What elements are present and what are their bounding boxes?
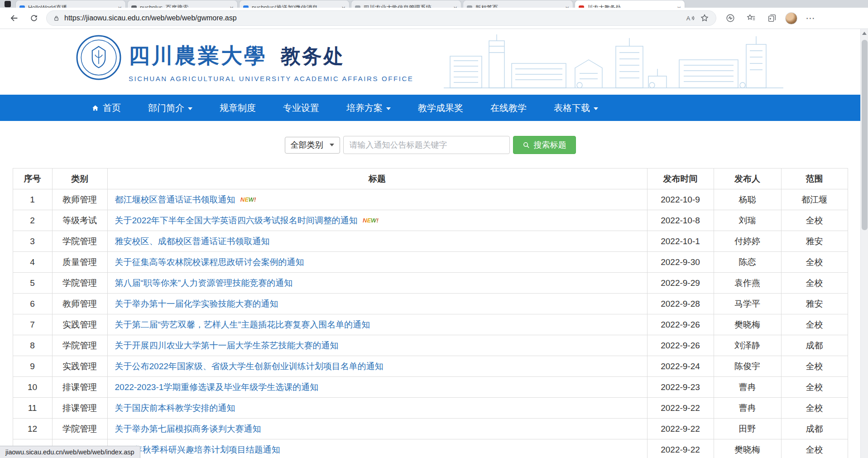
tab-close-icon[interactable]: × [565, 4, 569, 8]
notice-link[interactable]: 关于举办第十一届化学实验技能大赛的通知 [115, 299, 278, 309]
tab-favicon-icon [19, 5, 25, 8]
cell-publisher: 陈恋 [714, 252, 781, 273]
new-badge: NEW! [240, 196, 256, 203]
back-button[interactable] [6, 10, 22, 26]
notice-link[interactable]: 第八届“职等你来”人力资源管理技能竞赛的通知 [115, 278, 293, 288]
notice-link[interactable]: 都江堰校区普通话证书领取通知 [115, 195, 235, 204]
cell-publisher: 付婷婷 [714, 231, 781, 252]
collections-button[interactable] [764, 10, 780, 26]
cell-title: 关于举办第十一届化学实验技能大赛的通知 NEW! [107, 294, 647, 314]
notice-link[interactable]: 关于公布2022年国家级、省级大学生创新创业训练计划项目名单的通知 [115, 362, 384, 371]
cell-no: 9 [13, 356, 52, 377]
tab-close-icon[interactable]: × [230, 4, 234, 8]
cell-publisher: 袁作燕 [714, 273, 781, 294]
chevron-down-icon [594, 107, 598, 110]
profile-avatar[interactable] [785, 12, 797, 24]
scrollbar-thumb[interactable] [862, 40, 868, 230]
search-section: 全部类别 搜索标题 [0, 135, 860, 154]
notice-link[interactable]: 2022-2023-1学期重修选课及毕业年级学生选课的通知 [115, 382, 319, 392]
browser-tab[interactable]: 四川农业大学信息管理系统 × [351, 0, 461, 8]
table-row: 4 质量管理 关于征集高等农林院校课程思政研讨会案例的通知 NEW! 2022-… [13, 252, 848, 273]
scrollbar[interactable] [860, 29, 868, 458]
nav-item[interactable]: 首页 [78, 95, 134, 121]
university-logo [76, 34, 122, 81]
header-date: 发布时间 [647, 169, 714, 189]
table-row: 1 教师管理 都江堰校区普通话证书领取通知 NEW! 2022-10-9 杨聪 … [13, 189, 848, 210]
cell-category: 排课管理 [52, 398, 107, 419]
chevron-down-icon [386, 107, 391, 110]
header-publisher: 发布人 [714, 169, 781, 189]
cell-no: 12 [13, 419, 52, 439]
cell-date: 2022-9-30 [647, 252, 714, 273]
category-select[interactable]: 全部类别 [285, 137, 340, 154]
cell-category: 学院管理 [52, 273, 107, 294]
nav-item[interactable]: 专业设置 [269, 95, 333, 121]
address-bar[interactable]: https://jiaowu.sicau.edu.cn/web/web/web/… [46, 10, 716, 26]
tab-title: pushplus(推送加)微信消息 [252, 4, 339, 8]
nav-item[interactable]: 培养方案 [333, 95, 404, 121]
browser-tab[interactable]: 新标签页 × [463, 0, 573, 8]
search-button[interactable]: 搜索标题 [513, 136, 576, 154]
nav-item[interactable]: 在线教学 [477, 95, 540, 121]
tab-close-icon[interactable]: × [453, 4, 457, 8]
notice-link[interactable]: 关于2022年下半年全国大学英语四六级考试报名时间调整的通知 [115, 216, 358, 225]
add-favorite-icon[interactable] [700, 13, 710, 23]
cell-scope: 成都 [781, 419, 848, 439]
table-row: 5 学院管理 第八届“职等你来”人力资源管理技能竞赛的通知 NEW! 2022-… [13, 273, 848, 294]
favorites-button[interactable] [743, 10, 759, 26]
browser-essentials-button[interactable] [723, 10, 738, 26]
nav-item-label: 专业设置 [283, 102, 319, 114]
notice-link[interactable]: 关于开展四川农业大学第十一届大学生茶艺技能大赛的通知 [115, 341, 339, 350]
tab-close-icon[interactable]: × [341, 4, 345, 8]
nav-item[interactable]: 表格下载 [540, 95, 612, 121]
notice-link[interactable]: 关于第二届“劳艺双馨，艺样人生”主题插花比赛复赛入围名单的通知 [115, 320, 370, 329]
header-title: 标题 [107, 169, 647, 189]
header-scope: 范围 [781, 169, 848, 189]
refresh-icon [29, 14, 38, 23]
notice-link[interactable]: 关于国庆前本科教学安排的通知 [115, 403, 235, 413]
browser-tab[interactable]: 川农大教务处 × [575, 0, 685, 8]
notice-link[interactable]: 关于举办第七届模拟商务谈判大赛通知 [115, 424, 261, 434]
search-input[interactable] [343, 136, 510, 154]
tab-title: 新标签页 [475, 4, 562, 8]
cell-publisher: 刘泽静 [714, 335, 781, 356]
cell-no: 2 [13, 210, 52, 231]
refresh-button[interactable] [26, 10, 42, 26]
cell-category: 学院管理 [52, 419, 107, 439]
url-text[interactable]: https://jiaowu.sicau.edu.cn/web/web/web/… [64, 14, 681, 22]
tab-close-icon[interactable]: × [677, 4, 681, 8]
browser-toolbar: https://jiaowu.sicau.edu.cn/web/web/web/… [0, 8, 868, 29]
scroll-up-button[interactable] [862, 32, 867, 35]
nav-item-label: 在线教学 [490, 102, 527, 114]
status-link-preview: jiaowu.sicau.edu.cn/web/web/web/index.as… [0, 446, 140, 458]
back-arrow-icon [9, 13, 19, 23]
cell-publisher: 马学平 [714, 294, 781, 314]
cell-scope: 全校 [781, 314, 848, 335]
cell-scope: 全校 [781, 210, 848, 231]
browser-tab[interactable]: pushplus_百度搜索 × [127, 0, 238, 8]
read-aloud-icon[interactable]: A [685, 13, 695, 23]
tab-title: 川农大教务处 [587, 4, 674, 8]
cell-scope: 全校 [781, 439, 848, 458]
lock-icon[interactable] [53, 15, 60, 22]
cell-title: 2022年秋季科研兴趣培养计划项目结题通知 NEW! [107, 439, 647, 458]
browser-tab[interactable]: HelloWorld直播 × [15, 0, 126, 8]
cell-no: 7 [13, 314, 52, 335]
cell-scope: 全校 [781, 273, 848, 294]
office-name-cn: 教务处 [281, 43, 345, 70]
tab-close-icon[interactable]: × [118, 4, 122, 8]
tab-title: pushplus_百度搜索 [140, 4, 227, 8]
browser-window-icon[interactable] [5, 1, 11, 7]
settings-menu-button[interactable]: ⋯ [803, 10, 818, 26]
nav-item[interactable]: 规章制度 [206, 95, 269, 121]
select-caret-icon [330, 144, 334, 146]
notice-link[interactable]: 雅安校区、成都校区普通话证书领取通知 [115, 236, 270, 246]
nav-item[interactable]: 教学成果奖 [404, 95, 477, 121]
cell-title: 关于开展四川农业大学第十一届大学生茶艺技能大赛的通知 NEW! [107, 335, 647, 356]
cell-no: 8 [13, 335, 52, 356]
browser-tab[interactable]: pushplus(推送加)微信消息 × [239, 0, 350, 8]
notice-link[interactable]: 关于征集高等农林院校课程思政研讨会案例的通知 [115, 257, 304, 267]
cell-no: 3 [13, 231, 52, 252]
search-button-label: 搜索标题 [534, 140, 566, 150]
nav-item[interactable]: 部门简介 [134, 95, 206, 121]
